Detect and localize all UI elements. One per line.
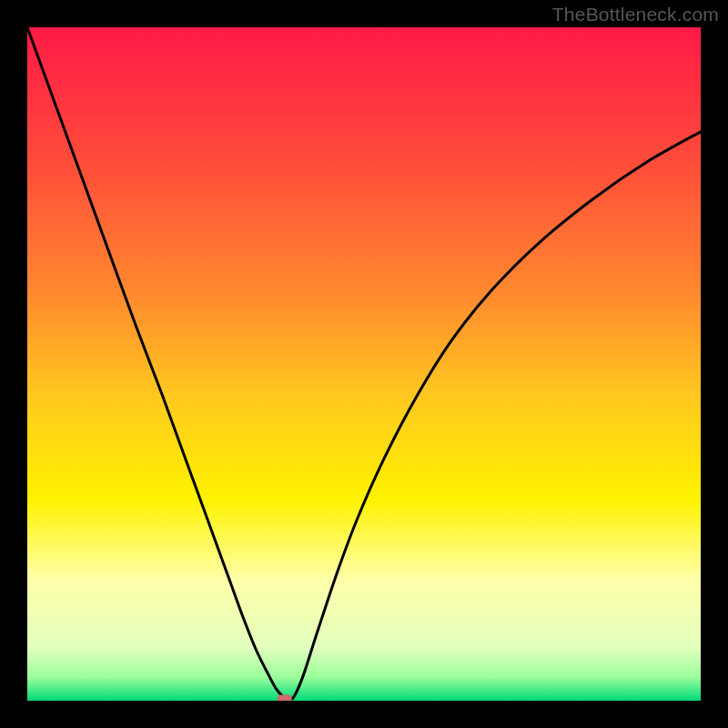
optimal-point-marker (278, 695, 292, 701)
chart-frame: TheBottleneck.com (0, 0, 728, 728)
watermark-text: TheBottleneck.com (552, 4, 719, 25)
gradient-background (27, 27, 701, 701)
bottleneck-chart (27, 27, 701, 701)
